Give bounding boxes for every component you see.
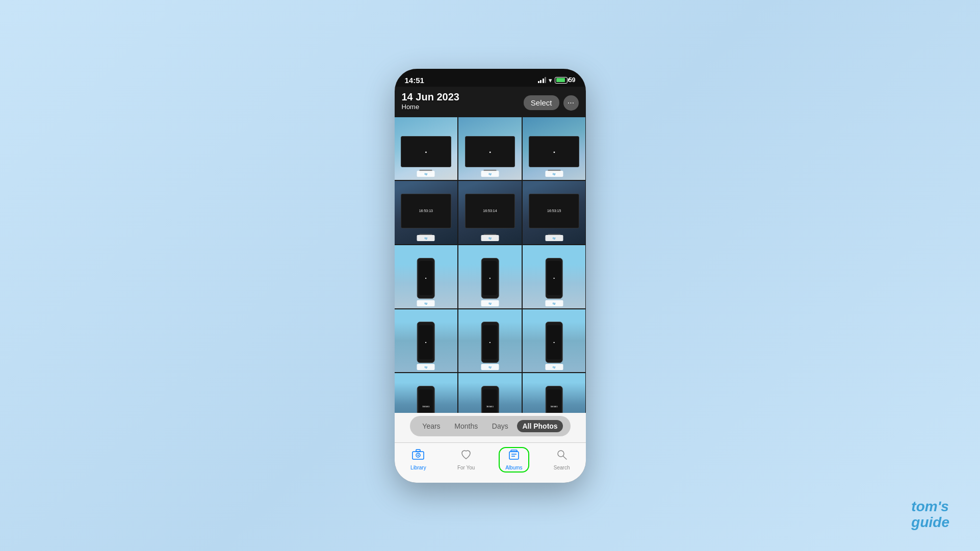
filter-months-button[interactable]: Months	[449, 420, 483, 432]
phone-screen: 14:51 ▾ 59	[395, 69, 586, 483]
photo-cell-7[interactable]: ■ tg	[395, 245, 458, 308]
filter-years-button[interactable]: Years	[417, 420, 445, 432]
status-bar: 14:51 ▾ 59	[395, 69, 586, 87]
photo-cell-12[interactable]: ■ tg	[523, 309, 586, 373]
photo-cell-8[interactable]: ■ tg	[458, 245, 522, 308]
photo-cell-14[interactable]: 16:54:1 tg	[458, 373, 522, 412]
battery-container: 59	[555, 76, 575, 84]
tab-albums[interactable]: Albums	[499, 447, 529, 473]
battery-fill	[556, 78, 565, 82]
filter-all-photos-button[interactable]: All Photos	[517, 420, 562, 432]
signal-bar-2	[540, 80, 541, 83]
toms-guide-line2: guide	[911, 515, 949, 531]
photo-cell-15[interactable]: 16:54:1 tg	[523, 373, 586, 412]
signal-bar-4	[545, 77, 546, 83]
albums-icon	[508, 449, 520, 463]
filter-days-button[interactable]: Days	[487, 420, 513, 432]
photo-cell-13[interactable]: 16:54:1 tg	[395, 373, 458, 412]
photo-cell-2[interactable]: ■ tg	[458, 117, 522, 180]
tab-library[interactable]: Library	[403, 449, 433, 470]
view-filter-wrapper: Years Months Days All Photos	[395, 413, 586, 442]
signal-bar-3	[543, 78, 544, 83]
signal-bars-icon	[538, 77, 547, 83]
library-icon	[412, 449, 424, 463]
toms-guide-line1: tom's	[911, 499, 949, 515]
photo-area[interactable]: 14 Jun 2023 Home Select ··· ■ tg	[395, 69, 586, 413]
battery-percent: 59	[569, 76, 575, 84]
photo-grid: ■ tg ■ tg ■ tg	[395, 69, 586, 413]
photo-cell-6[interactable]: 16:53:15 tg	[523, 181, 586, 244]
photo-cell-3[interactable]: ■ tg	[523, 117, 586, 180]
view-filter-bar: Years Months Days All Photos	[410, 416, 571, 436]
svg-rect-4	[509, 452, 519, 459]
photo-date-info: 14 Jun 2023 Home	[402, 91, 459, 111]
photo-date: 14 Jun 2023	[402, 91, 459, 103]
photo-location: Home	[402, 103, 459, 111]
photo-cell-11[interactable]: ■ tg	[458, 309, 522, 373]
status-time: 14:51	[405, 76, 424, 85]
svg-point-8	[558, 451, 564, 457]
svg-rect-5	[511, 450, 517, 452]
photo-cell-9[interactable]: ■ tg	[523, 245, 586, 308]
photo-cell-10[interactable]: ■ tg	[395, 309, 458, 373]
svg-rect-3	[416, 450, 420, 452]
tab-for-you-label: For You	[457, 465, 475, 470]
tab-albums-label: Albums	[505, 465, 522, 470]
for-you-icon	[460, 449, 472, 463]
select-button[interactable]: Select	[524, 95, 559, 110]
svg-line-9	[563, 456, 566, 459]
svg-point-2	[418, 454, 419, 456]
signal-bar-1	[538, 81, 539, 83]
toms-guide-watermark: tom's guide	[911, 499, 949, 531]
tab-library-label: Library	[410, 465, 426, 470]
photo-cell-5[interactable]: 16:53:14 tg	[458, 181, 522, 244]
search-icon	[556, 449, 568, 463]
more-button[interactable]: ···	[563, 95, 579, 111]
status-icons: ▾ 59	[538, 76, 576, 84]
tab-search-label: Search	[554, 465, 570, 470]
tab-bar: Library For You	[395, 442, 586, 483]
tab-search[interactable]: Search	[547, 449, 577, 470]
phone-frame: 14:51 ▾ 59	[395, 69, 586, 483]
header-buttons: Select ···	[524, 95, 579, 111]
wifi-icon: ▾	[549, 76, 552, 84]
tab-for-you[interactable]: For You	[451, 449, 481, 470]
battery-icon	[555, 77, 568, 84]
photo-cell-1[interactable]: ■ tg	[395, 117, 458, 180]
photo-cell-4[interactable]: 16:53:13 tg	[395, 181, 458, 244]
